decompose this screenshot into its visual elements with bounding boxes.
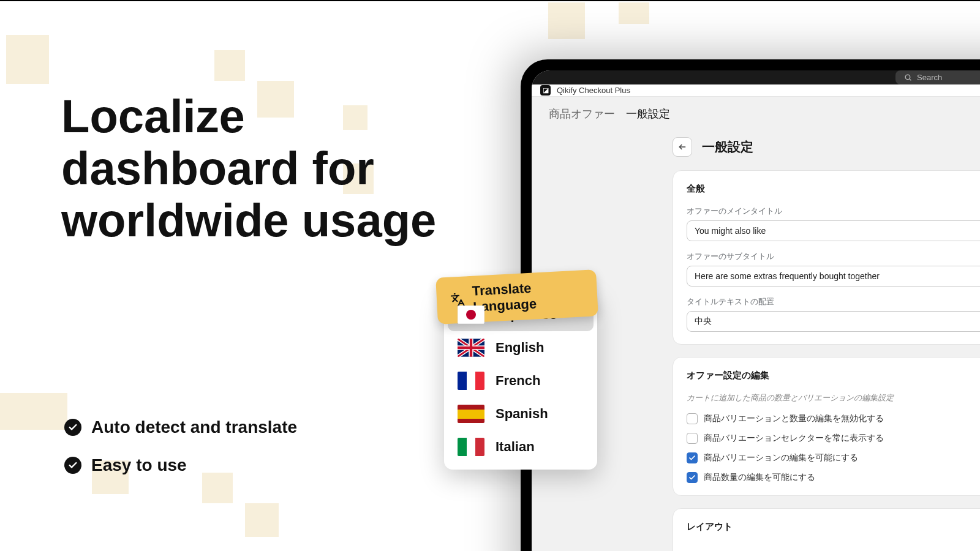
page-title: 一般設定 (702, 138, 753, 156)
app-bar: ◪ Qikify Checkout Plus (532, 84, 980, 97)
app-name: Qikify Checkout Plus (557, 86, 630, 95)
checkbox-row[interactable]: 商品バリエーションの編集を可能にする (687, 452, 980, 463)
checkbox-label: 商品バリエーションと数量の編集を無効化する (704, 413, 884, 424)
feature-item: Auto detect and translate (64, 418, 297, 437)
flag-spain-icon (458, 405, 484, 423)
field-label: オファーのサブタイトル (687, 251, 980, 262)
language-label: Spanish (496, 406, 548, 422)
language-option-french[interactable]: French (448, 364, 594, 397)
checkbox-icon[interactable] (687, 433, 698, 444)
breadcrumb: 商品オファー 一般設定 (532, 97, 980, 131)
field-label: タイトルテキストの配置 (687, 296, 980, 307)
flag-uk-icon (458, 339, 484, 357)
checkbox-label: 商品バリエーションの編集を可能にする (704, 452, 858, 463)
tablet-topbar: Search (532, 70, 980, 84)
breadcrumb-item[interactable]: 商品オファー (549, 107, 615, 121)
headline-line2: dashboard for (61, 142, 374, 194)
language-option-italian[interactable]: Italian (448, 430, 594, 463)
feature-text: Easy to use (91, 455, 187, 475)
check-icon (64, 419, 81, 436)
breadcrumb-item-active[interactable]: 一般設定 (626, 107, 670, 121)
flag-japan-icon (458, 305, 484, 324)
card-general: 全般 オファーのメインタイトル オファーのサブタイトル タイトルテキストの配置 (673, 170, 980, 345)
headline-line1: Localize (61, 90, 245, 142)
headline-line3: worldwide usage (61, 194, 436, 246)
search-placeholder: Search (917, 73, 942, 82)
checkbox-icon[interactable] (687, 452, 698, 463)
checkbox-row[interactable]: 商品バリエーションセレクターを常に表示する (687, 433, 980, 444)
checkbox-label: 商品バリエーションセレクターを常に表示する (704, 433, 884, 444)
main-title-input[interactable] (687, 220, 980, 241)
svg-rect-7 (458, 347, 484, 349)
card-subtitle: カートに追加した商品の数量とバリエーションの編集設定 (687, 392, 980, 403)
flag-france-icon (458, 372, 484, 390)
card-title: オファー設定の編集 (687, 370, 980, 381)
sub-title-input[interactable] (687, 266, 980, 287)
card-layout: レイアウト (673, 508, 980, 551)
field-label: オファーのメインタイトル (687, 206, 980, 217)
card-title: 全般 (687, 183, 980, 195)
app-logo-icon: ◪ (540, 85, 551, 96)
checkbox-icon[interactable] (687, 472, 698, 483)
language-option-spanish[interactable]: Spanish (448, 397, 594, 430)
checkbox-row[interactable]: 商品数量の編集を可能にする (687, 472, 980, 483)
flag-italy-icon (458, 438, 484, 456)
svg-point-0 (905, 75, 910, 80)
title-align-select[interactable] (687, 311, 980, 332)
translate-badge-label: Translate Language (472, 277, 584, 315)
card-edit-settings: オファー設定の編集 カートに追加した商品の数量とバリエーションの編集設定 商品バ… (673, 357, 980, 496)
marketing-headline: Localize dashboard for worldwide usage (61, 90, 436, 246)
language-label: French (496, 373, 540, 389)
check-icon (64, 457, 81, 474)
language-label: Italian (496, 439, 535, 455)
feature-item: Easy to use (64, 455, 297, 475)
search-input[interactable]: Search (895, 70, 980, 84)
checkbox-icon[interactable] (687, 413, 698, 424)
feature-text: Auto detect and translate (91, 418, 297, 437)
back-button[interactable] (673, 137, 692, 157)
svg-line-1 (910, 79, 911, 80)
card-title: レイアウト (687, 521, 980, 533)
language-option-english[interactable]: English (448, 331, 594, 364)
checkbox-label: 商品数量の編集を可能にする (704, 472, 815, 483)
feature-list: Auto detect and translate Easy to use (64, 418, 297, 493)
language-menu: Translate Language Japanese English Fren… (444, 292, 597, 470)
checkbox-row[interactable]: 商品バリエーションと数量の編集を無効化する (687, 413, 980, 424)
language-label: English (496, 340, 544, 356)
